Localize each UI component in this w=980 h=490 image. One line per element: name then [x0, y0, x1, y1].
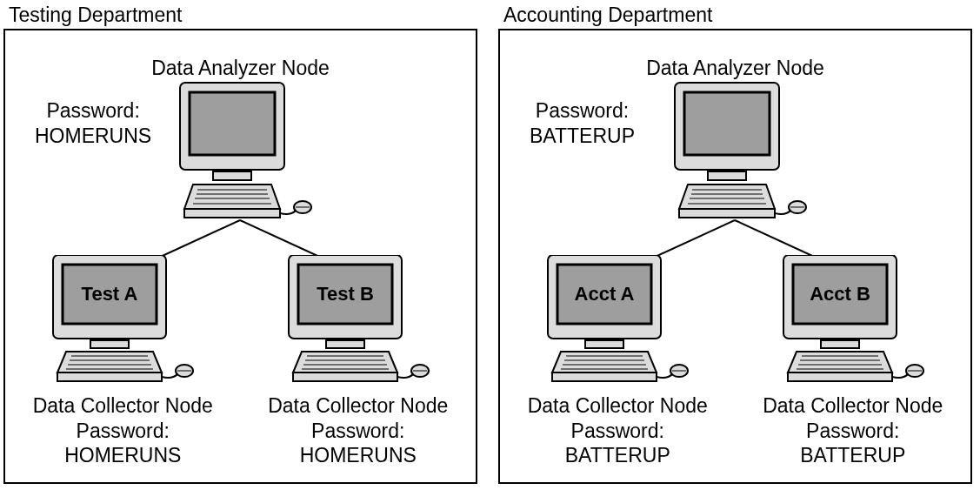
svg-rect-36: [684, 92, 770, 155]
collector-password-value: BATTERUP: [800, 444, 905, 467]
collector-password-label: Password:: [311, 420, 404, 442]
analyzer-title: Data Analyzer Node: [5, 57, 476, 80]
svg-rect-28: [293, 373, 397, 381]
svg-rect-1: [190, 92, 275, 155]
collector-caption: Data Collector Node Password: BATTERUP: [757, 393, 949, 468]
collector-password-value: HOMERUNS: [64, 444, 181, 467]
department-title: Testing Department: [9, 3, 477, 27]
collector-screen-label: Test A: [82, 283, 138, 305]
svg-marker-3: [184, 185, 280, 209]
collector-screen-label: Test B: [317, 283, 374, 305]
collector-caption: Data Collector Node Password: HOMERUNS: [263, 393, 454, 468]
collector-screen-label: Acct B: [810, 283, 870, 305]
svg-rect-39: [679, 209, 775, 218]
svg-rect-52: [552, 373, 657, 381]
collector-screen-label: Acct A: [575, 283, 635, 305]
collector-password-label: Password:: [77, 420, 170, 442]
analyzer-password: Password: HOMERUNS: [35, 98, 151, 149]
svg-rect-61: [821, 340, 859, 348]
collector-role: Data Collector Node: [33, 394, 213, 417]
svg-rect-4: [184, 209, 280, 218]
collector-role: Data Collector Node: [528, 394, 708, 417]
collector-role: Data Collector Node: [268, 394, 448, 417]
collector-caption: Data Collector Node Password: HOMERUNS: [27, 393, 218, 468]
svg-rect-15: [90, 340, 129, 348]
svg-rect-26: [326, 340, 364, 348]
department-title: Accounting Department: [503, 3, 972, 27]
collector-node-a: Test A: [27, 255, 218, 468]
department-testing: Testing Department Data Analyzer Node Pa…: [3, 3, 477, 484]
analyzer-password-label: Password:: [46, 99, 139, 122]
analyzer-computer-icon: [158, 78, 323, 231]
svg-rect-37: [708, 171, 746, 180]
collector-row: Test A: [5, 255, 476, 468]
analyzer-password-value: HOMERUNS: [35, 124, 151, 147]
svg-rect-17: [57, 373, 162, 381]
svg-rect-2: [213, 171, 251, 180]
analyzer-computer-icon: [653, 78, 818, 231]
collector-password-label: Password:: [806, 420, 899, 442]
collector-role: Data Collector Node: [763, 394, 943, 417]
collector-row: Acct A: [500, 255, 970, 468]
analyzer-title: Data Analyzer Node: [500, 57, 970, 80]
collector-node-b: Test B: [263, 255, 454, 468]
analyzer-password-value: BATTERUP: [530, 124, 635, 147]
analyzer-password: Password: BATTERUP: [530, 98, 635, 149]
department-box: Data Analyzer Node Password: HOMERUNS: [3, 29, 477, 484]
collector-password-label: Password:: [571, 420, 664, 442]
collector-node-b: Acct B: [757, 255, 949, 468]
collector-caption: Data Collector Node Password: BATTERUP: [522, 393, 713, 468]
collector-node-a: Acct A: [522, 255, 713, 468]
collector-password-value: BATTERUP: [565, 444, 670, 467]
svg-rect-63: [788, 373, 892, 381]
department-box: Data Analyzer Node Password: BATTERUP: [498, 29, 972, 484]
network-diagram: Testing Department Data Analyzer Node Pa…: [3, 3, 980, 484]
analyzer-password-label: Password:: [536, 99, 629, 122]
svg-marker-38: [679, 185, 775, 209]
svg-rect-50: [585, 340, 623, 348]
department-accounting: Accounting Department Data Analyzer Node…: [498, 3, 972, 484]
collector-password-value: HOMERUNS: [300, 444, 417, 467]
